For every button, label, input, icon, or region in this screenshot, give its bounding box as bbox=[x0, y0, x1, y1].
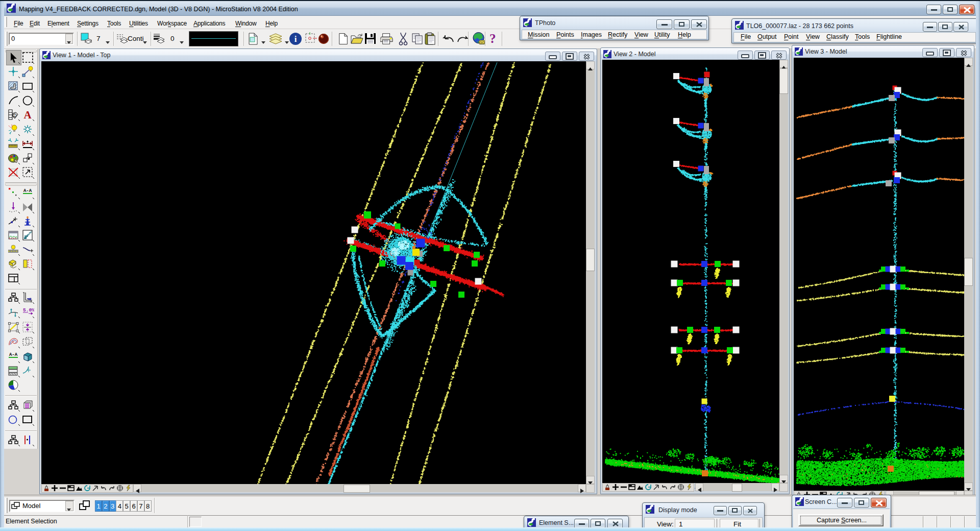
svg-text:1: 1 bbox=[14, 114, 16, 117]
svg-text:A-A: A-A bbox=[9, 352, 18, 357]
svg-text:GO: GO bbox=[479, 41, 485, 44]
svg-text:A: A bbox=[23, 109, 32, 121]
svg-text:5.0%: 5.0% bbox=[23, 307, 34, 313]
svg-text:i: i bbox=[295, 34, 297, 44]
svg-text:A-A: A-A bbox=[23, 188, 32, 194]
